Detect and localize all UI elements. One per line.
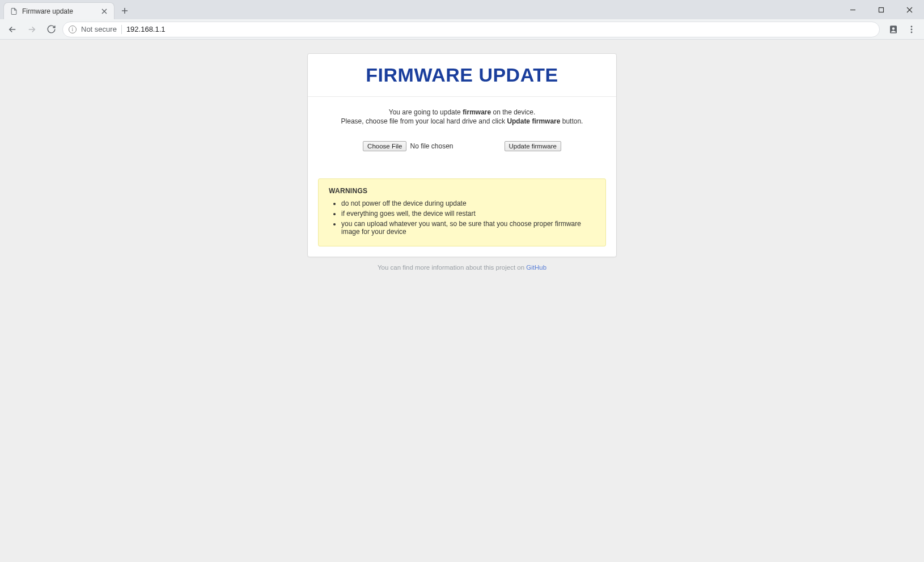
url-text: 192.168.1.1: [126, 25, 166, 33]
window-maximize-button[interactable]: [868, 1, 893, 18]
choose-file-button[interactable]: Choose File: [363, 141, 406, 151]
svg-point-3: [911, 25, 913, 27]
window-controls: [840, 0, 922, 19]
separator: [121, 25, 122, 34]
browser-toolbar: i Not secure 192.168.1.1: [0, 19, 924, 40]
svg-point-2: [892, 27, 895, 30]
warnings-heading: WARNINGS: [329, 187, 595, 195]
new-tab-button[interactable]: [117, 3, 133, 19]
firmware-update-card: FIRMWARE UPDATE You are going to update …: [307, 53, 617, 257]
warnings-list: do not power off the device during updat…: [329, 199, 595, 236]
warnings-box: WARNINGS do not power off the device dur…: [318, 178, 606, 246]
card-body: You are going to update firmware on the …: [308, 97, 616, 168]
warning-item: do not power off the device during updat…: [341, 199, 595, 207]
intro-line-2: Please, choose file from your local hard…: [318, 117, 606, 125]
address-bar[interactable]: i Not secure 192.168.1.1: [62, 22, 880, 37]
reload-button[interactable]: [43, 22, 59, 37]
file-input-group: Choose File No file chosen: [363, 141, 453, 151]
forward-button[interactable]: [24, 22, 40, 37]
warning-item: if everything goes well, the device will…: [341, 210, 595, 218]
back-button[interactable]: [5, 22, 20, 37]
page-viewport: FIRMWARE UPDATE You are going to update …: [0, 40, 924, 562]
browser-tab[interactable]: Firmware update: [3, 2, 115, 19]
svg-point-4: [911, 28, 913, 30]
browser-titlebar: Firmware update: [0, 0, 924, 19]
menu-icon[interactable]: [904, 22, 919, 37]
update-firmware-button[interactable]: Update firmware: [505, 141, 561, 151]
tab-title: Firmware update: [22, 7, 96, 15]
close-tab-icon[interactable]: [100, 7, 108, 15]
svg-point-5: [911, 31, 913, 33]
footer-text: You can find more information about this…: [0, 264, 924, 271]
card-header: FIRMWARE UPDATE: [308, 54, 616, 97]
github-link[interactable]: GitHub: [526, 264, 546, 271]
controls-row: Choose File No file chosen Update firmwa…: [318, 141, 606, 151]
window-minimize-button[interactable]: [840, 1, 865, 18]
site-info-icon[interactable]: i: [69, 25, 77, 33]
page-heading: FIRMWARE UPDATE: [313, 64, 611, 86]
intro-line-1: You are going to update firmware on the …: [318, 108, 606, 116]
profile-icon[interactable]: [885, 22, 901, 37]
svg-rect-0: [879, 7, 883, 12]
window-close-button[interactable]: [897, 1, 922, 18]
file-chosen-label: No file chosen: [410, 142, 453, 150]
file-icon: [10, 7, 18, 15]
security-status: Not secure: [81, 25, 117, 33]
warning-item: you can upload whatever you want, so be …: [341, 220, 595, 236]
